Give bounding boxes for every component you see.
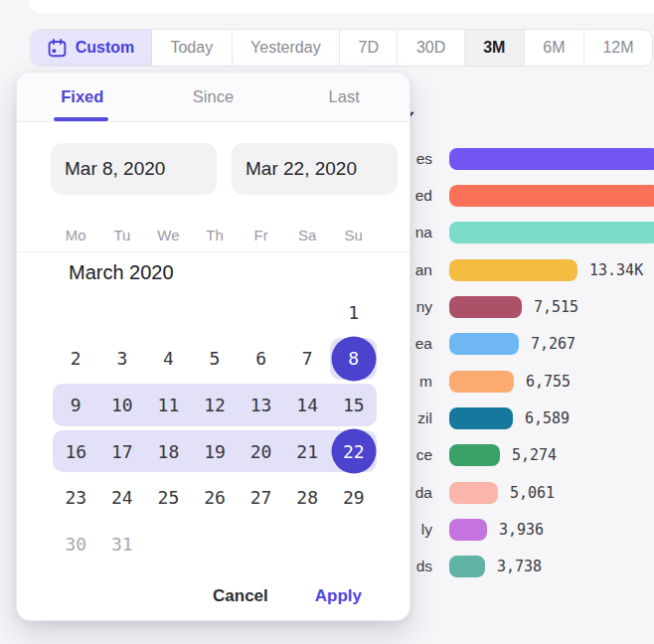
day-cell[interactable]: 10 (99, 382, 146, 428)
day-cell-empty (145, 289, 192, 336)
day-cell[interactable]: 2 (53, 336, 99, 383)
day-cell[interactable]: 1 (330, 289, 377, 336)
range-option-7d[interactable]: 7D (340, 30, 398, 66)
day-cell[interactable]: 25 (145, 474, 192, 521)
day-number: 11 (158, 395, 180, 415)
calendar-week-row: 2345678 (53, 336, 377, 383)
country-bar[interactable] (449, 222, 654, 243)
day-cell[interactable]: 22 (330, 428, 377, 475)
day-number: 7 (302, 348, 313, 369)
day-cell[interactable]: 31 (99, 521, 146, 567)
country-value: 5,274 (512, 444, 557, 466)
day-cell[interactable]: 15 (330, 382, 377, 428)
day-cell[interactable]: 19 (192, 428, 239, 475)
day-number: 26 (204, 487, 226, 508)
day-cell[interactable]: 6 (238, 336, 284, 383)
tab-since[interactable]: Since (148, 73, 279, 121)
day-cell[interactable]: 7 (284, 336, 331, 383)
day-number: 17 (111, 441, 133, 462)
country-value: 3,738 (497, 556, 542, 577)
day-number: 24 (111, 487, 133, 508)
day-cell[interactable]: 29 (330, 474, 377, 521)
day-number: 4 (163, 348, 174, 369)
day-cell[interactable]: 21 (284, 428, 331, 475)
country-bar[interactable] (449, 259, 577, 281)
range-option-6m[interactable]: 6M (525, 30, 584, 66)
date-range-selector: Custom TodayYesterday7D30D3M6M12M (30, 29, 653, 67)
day-number: 21 (296, 441, 318, 462)
range-option-today[interactable]: Today (152, 30, 233, 66)
day-cell[interactable]: 23 (53, 474, 99, 521)
day-cell[interactable]: 3 (99, 336, 146, 383)
day-number: 22 (343, 441, 365, 462)
day-cell-empty (145, 521, 192, 567)
country-bar[interactable] (449, 556, 485, 577)
day-cell[interactable]: 16 (53, 428, 99, 475)
tab-last[interactable]: Last (278, 73, 409, 121)
day-number: 31 (111, 534, 133, 555)
range-option-yesterday[interactable]: Yesterday (233, 30, 340, 66)
day-cell-empty (192, 521, 239, 567)
day-number: 14 (296, 395, 318, 415)
country-value: 13.34K (589, 259, 643, 281)
day-cell-empty (330, 521, 377, 567)
range-option-3m[interactable]: 3M (465, 30, 525, 66)
custom-range-button[interactable]: Custom (31, 30, 152, 66)
country-bar[interactable] (449, 148, 654, 170)
country-bar[interactable] (449, 407, 513, 429)
day-number: 28 (296, 487, 318, 508)
day-cell[interactable]: 14 (284, 382, 331, 428)
day-cell[interactable]: 9 (53, 382, 99, 428)
country-bar[interactable] (449, 444, 500, 466)
calendar-week-row: 1 (53, 289, 377, 336)
range-option-12m[interactable]: 12M (584, 30, 652, 66)
tab-fixed[interactable]: Fixed (17, 73, 148, 121)
day-number: 2 (71, 348, 82, 369)
day-cell-empty (284, 289, 331, 336)
day-number: 9 (71, 395, 82, 415)
day-cell[interactable]: 26 (192, 474, 239, 521)
day-cell[interactable]: 28 (284, 474, 331, 521)
end-date-input[interactable]: Mar 22, 2020 (232, 143, 398, 195)
day-number: 8 (348, 348, 359, 369)
day-cell[interactable]: 27 (238, 474, 284, 521)
day-number: 19 (204, 441, 226, 462)
day-cell[interactable]: 11 (145, 382, 192, 428)
calendar-week-row: 23242526272829 (53, 474, 377, 521)
day-cell[interactable]: 12 (192, 382, 239, 428)
day-cell[interactable]: 4 (145, 336, 192, 383)
cancel-button[interactable]: Cancel (213, 586, 268, 606)
day-number: 16 (65, 441, 86, 462)
day-number: 5 (210, 348, 221, 369)
country-bar[interactable] (449, 519, 487, 541)
day-cell[interactable]: 30 (53, 521, 99, 567)
day-number: 13 (250, 395, 272, 415)
start-date-input[interactable]: Mar 8, 2020 (51, 143, 217, 195)
country-value: 6,589 (525, 407, 570, 429)
country-value: 7,267 (531, 333, 575, 355)
calendar-icon (48, 39, 67, 58)
day-cell[interactable]: 18 (145, 428, 192, 475)
country-bar[interactable] (449, 296, 522, 318)
day-cell[interactable]: 24 (99, 474, 146, 521)
day-cell[interactable]: 5 (192, 336, 239, 383)
date-picker-popup: Fixed Since Last Mar 8, 2020 Mar 22, 202… (16, 72, 410, 621)
calendar-week-row: 3031 (53, 521, 377, 567)
range-option-30d[interactable]: 30D (398, 30, 464, 66)
weekday-label: Fr (238, 222, 284, 249)
country-bar[interactable] (449, 185, 654, 207)
country-bar[interactable] (449, 482, 498, 504)
day-number: 25 (158, 487, 180, 508)
day-cell[interactable]: 13 (238, 382, 284, 428)
country-bar[interactable] (449, 371, 514, 393)
weekday-header: MoTuWeThFrSaSu (53, 222, 377, 249)
day-cell[interactable]: 17 (99, 428, 146, 475)
day-cell[interactable]: 8 (330, 336, 377, 383)
weekday-label: We (145, 222, 192, 249)
apply-button[interactable]: Apply (315, 586, 362, 606)
date-inputs-row: Mar 8, 2020 Mar 22, 2020 (51, 143, 398, 195)
day-number: 29 (343, 487, 365, 508)
day-cell[interactable]: 20 (238, 428, 284, 475)
country-value: 7,515 (534, 296, 578, 318)
country-bar[interactable] (449, 333, 519, 355)
